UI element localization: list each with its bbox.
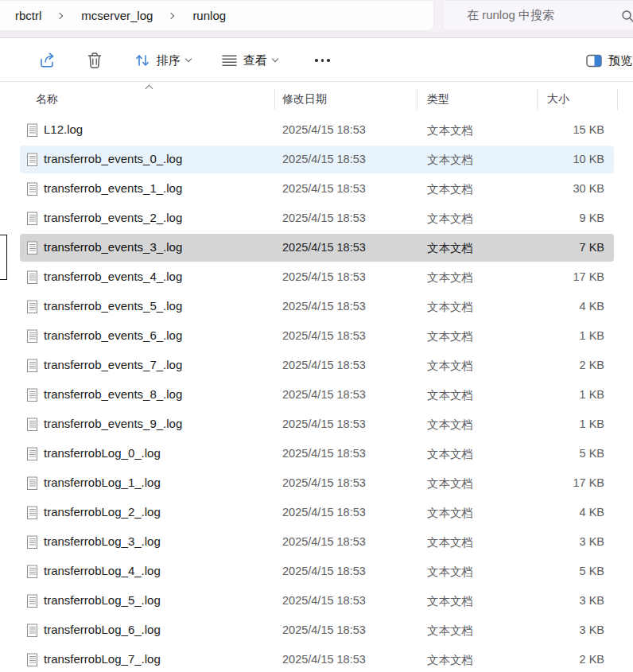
chevron-down-icon [185, 56, 192, 62]
file-name: transferrobLog_3_.log [44, 534, 161, 548]
window-mica-strip [0, 31, 633, 38]
file-size: 1 KB [509, 388, 604, 401]
file-date-modified: 2025/4/15 18:53 [282, 212, 366, 224]
sort-button[interactable]: 排序 [129, 46, 196, 75]
file-row[interactable]: transferrob_events_4_.log 2025/4/15 18:5… [20, 263, 614, 291]
view-button[interactable]: 查看 [216, 46, 282, 75]
file-type: 文本文档 [427, 270, 473, 286]
column-header-date-modified[interactable]: 修改日期 [282, 92, 327, 107]
sort-ascending-indicator-icon [146, 85, 153, 93]
preview-toggle-button[interactable]: 预览 [581, 46, 633, 75]
file-name: transferrobLog_4_.log [44, 564, 161, 577]
file-name: transferrob_events_0_.log [44, 152, 182, 165]
file-date-modified: 2025/4/15 18:53 [282, 388, 366, 401]
file-size: 17 KB [509, 476, 604, 489]
search-input[interactable]: 在 runlog 中搜索 [442, 0, 633, 31]
text-file-icon [26, 535, 38, 550]
file-row[interactable]: transferrob_events_2_.log 2025/4/15 18:5… [20, 204, 614, 232]
file-row[interactable]: transferrob_events_6_.log 2025/4/15 18:5… [20, 322, 614, 350]
file-type: 文本文档 [427, 418, 473, 433]
chevron-right-icon [168, 12, 174, 18]
delete-button[interactable] [82, 46, 107, 75]
file-date-modified: 2025/4/15 18:53 [282, 182, 366, 195]
file-date-modified: 2025/4/15 18:53 [282, 241, 366, 254]
column-separator[interactable] [417, 89, 417, 110]
file-type: 文本文档 [427, 359, 473, 374]
file-date-modified: 2025/4/15 18:53 [282, 447, 366, 460]
file-row[interactable]: transferrobLog_5_.log 2025/4/15 18:53 文本… [20, 587, 614, 615]
file-name: L12.log [44, 122, 83, 136]
text-file-icon [26, 270, 38, 285]
file-name: transferrobLog_2_.log [44, 505, 161, 519]
file-row[interactable]: transferrob_events_3_.log 2025/4/15 18:5… [20, 234, 614, 262]
file-row[interactable]: transferrob_events_7_.log 2025/4/15 18:5… [20, 352, 614, 379]
file-row[interactable]: transferrob_events_0_.log 2025/4/15 18:5… [20, 146, 614, 173]
column-separator[interactable] [537, 89, 538, 110]
file-row[interactable]: transferrobLog_2_.log 2025/4/15 18:53 文本… [20, 499, 614, 526]
text-file-icon [26, 447, 38, 461]
search-placeholder: 在 runlog 中搜索 [467, 8, 554, 23]
column-header-name[interactable]: 名称 [36, 92, 58, 107]
text-file-icon [26, 476, 38, 491]
file-row[interactable]: L12.log 2025/4/15 18:53 文本文档 15 KB [20, 116, 614, 144]
chevron-right-icon [56, 12, 63, 18]
file-row[interactable]: transferrob_events_5_.log 2025/4/15 18:5… [20, 293, 614, 320]
file-row[interactable]: transferrob_events_8_.log 2025/4/15 18:5… [20, 381, 614, 409]
file-name: transferrob_events_2_.log [44, 211, 182, 224]
file-name: transferrob_events_4_.log [44, 270, 182, 283]
file-name: transferrob_events_9_.log [44, 417, 182, 430]
column-separator[interactable] [274, 89, 275, 110]
text-file-icon [26, 329, 38, 344]
column-header-size[interactable]: 大小 [547, 92, 569, 107]
preview-pane-icon [586, 54, 603, 68]
file-name: transferrobLog_7_.log [44, 652, 161, 666]
file-type: 文本文档 [427, 506, 473, 521]
preview-toggle-label: 预览 [608, 53, 632, 68]
file-row[interactable]: transferrobLog_4_.log 2025/4/15 18:53 文本… [20, 557, 614, 585]
trash-icon [87, 52, 103, 69]
breadcrumb-item-runlog[interactable]: runlog [189, 7, 229, 24]
file-date-modified: 2025/4/15 18:53 [282, 153, 366, 165]
file-date-modified: 2025/4/15 18:53 [282, 123, 366, 136]
file-type: 文本文档 [427, 153, 473, 168]
file-size: 9 KB [509, 212, 604, 224]
file-row[interactable]: transferrobLog_3_.log 2025/4/15 18:53 文本… [20, 528, 614, 556]
command-toolbar: 排序 查看 预览 [0, 38, 633, 82]
file-size: 5 KB [509, 447, 604, 460]
file-name: transferrob_events_1_.log [44, 181, 182, 195]
file-name: transferrobLog_1_.log [44, 476, 161, 489]
share-button[interactable] [33, 46, 62, 75]
file-name: transferrobLog_5_.log [44, 593, 161, 607]
file-size: 3 KB [509, 623, 604, 636]
file-type: 文本文档 [427, 623, 473, 639]
file-row[interactable]: transferrob_events_9_.log 2025/4/15 18:5… [20, 410, 614, 438]
more-options-button[interactable] [310, 46, 335, 75]
file-size: 1 KB [509, 418, 604, 430]
file-type: 文本文档 [427, 241, 473, 256]
column-header-type[interactable]: 类型 [427, 92, 449, 107]
file-size: 3 KB [509, 535, 604, 548]
text-file-icon [26, 506, 38, 520]
more-options-icon [315, 59, 330, 62]
file-row[interactable]: transferrobLog_1_.log 2025/4/15 18:53 文本… [20, 469, 614, 497]
file-row[interactable]: transferrobLog_0_.log 2025/4/15 18:53 文本… [20, 440, 614, 468]
file-size: 30 KB [509, 182, 604, 195]
file-type: 文本文档 [427, 300, 473, 315]
file-date-modified: 2025/4/15 18:53 [282, 594, 366, 607]
file-size: 4 KB [509, 300, 604, 313]
file-name: transferrobLog_0_.log [44, 446, 161, 460]
file-name: transferrob_events_7_.log [44, 358, 182, 371]
file-size: 15 KB [509, 123, 604, 136]
file-row[interactable]: transferrobLog_6_.log 2025/4/15 18:53 文本… [20, 616, 614, 644]
search-icon [621, 10, 633, 23]
file-date-modified: 2025/4/15 18:53 [282, 535, 366, 548]
breadcrumb-item-mcserver-log[interactable]: mcserver_log [78, 7, 156, 24]
file-type: 文本文档 [427, 447, 473, 462]
file-size: 4 KB [509, 506, 604, 519]
column-separator[interactable] [617, 89, 618, 110]
file-date-modified: 2025/4/15 18:53 [282, 506, 366, 519]
text-file-icon [26, 182, 38, 196]
file-row[interactable]: transferrob_events_1_.log 2025/4/15 18:5… [20, 175, 614, 203]
file-row[interactable]: transferrobLog_7_.log 2025/4/15 18:53 文本… [20, 646, 614, 672]
breadcrumb-item-rbctrl[interactable]: rbctrl [12, 7, 45, 24]
